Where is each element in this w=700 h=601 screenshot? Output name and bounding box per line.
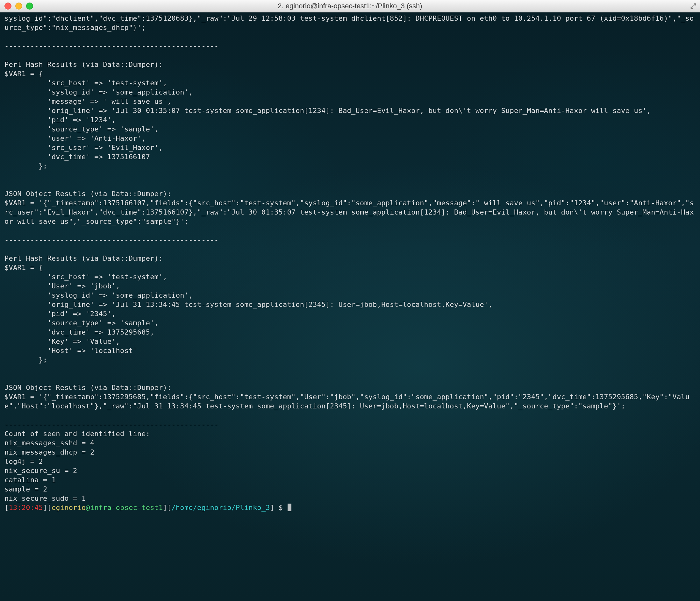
terminal-line: 'src_host' => 'test-system', <box>4 78 696 87</box>
terminal-line: }; <box>4 161 696 171</box>
terminal-line: Perl Hash Results (via Data::Dumper): <box>4 60 696 69</box>
terminal-line: log4j = 2 <box>4 457 696 466</box>
prompt-bracket: [ <box>167 504 171 512</box>
terminal-line: $VAR1 = { <box>4 69 696 78</box>
terminal-line: ----------------------------------------… <box>4 42 696 51</box>
prompt-dollar: $ <box>274 504 287 512</box>
terminal-line: sample = 2 <box>4 485 696 494</box>
terminal-line: nix_messages_dhcp = 2 <box>4 448 696 457</box>
prompt-host: infra-opsec-test1 <box>90 504 163 512</box>
terminal-line <box>4 226 696 235</box>
terminal-line: 'source_type' => 'sample', <box>4 125 696 134</box>
terminal-line <box>4 32 696 42</box>
terminal-line: 'Key' => 'Value', <box>4 337 696 346</box>
prompt-user: eginorio <box>52 504 86 512</box>
minimize-icon[interactable] <box>15 3 22 9</box>
terminal-line <box>4 411 696 420</box>
terminal-line: ----------------------------------------… <box>4 420 696 429</box>
window-controls <box>0 3 33 9</box>
fullscreen-icon[interactable] <box>690 3 697 9</box>
terminal-line <box>4 180 696 189</box>
terminal-line: $VAR1 = { <box>4 263 696 272</box>
terminal-line: 'orig_line' => 'Jul 30 01:35:07 test-sys… <box>4 106 696 115</box>
terminal-output[interactable]: syslog_id":"dhclient","dvc_time":1375120… <box>0 12 700 601</box>
terminal-line: $VAR1 = '{"_timestamp":1375295685,"field… <box>4 392 696 411</box>
terminal-line: nix_secure_sudo = 1 <box>4 494 696 503</box>
terminal-line: 'source_type' => 'sample', <box>4 318 696 328</box>
terminal-line: 'pid' => '2345', <box>4 309 696 318</box>
terminal-line: nix_messages_sshd = 4 <box>4 438 696 448</box>
prompt-path: /home/eginorio/Plinko_3 <box>171 504 270 512</box>
terminal-line: JSON Object Resutls (via Data::Dumper): <box>4 189 696 198</box>
terminal-line: 'syslog_id' => 'some_application', <box>4 87 696 97</box>
prompt-bracket: ] <box>163 504 167 512</box>
prompt-bracket: ] <box>43 504 47 512</box>
terminal-line: $VAR1 = '{"_timestamp":1375166107,"field… <box>4 198 696 226</box>
terminal-line: syslog_id":"dhclient","dvc_time":1375120… <box>4 14 696 32</box>
terminal-line: ----------------------------------------… <box>4 235 696 244</box>
terminal-line <box>4 244 696 254</box>
terminal-line: 'User' => 'jbob', <box>4 281 696 291</box>
terminal-line: Perl Hash Results (via Data::Dumper): <box>4 254 696 263</box>
terminal-line: 'src_host' => 'test-system', <box>4 272 696 281</box>
terminal-line: JSON Object Resutls (via Data::Dumper): <box>4 383 696 392</box>
terminal-line: 'message' => ' will save us', <box>4 97 696 106</box>
terminal-line <box>4 51 696 60</box>
terminal-line: 'dvc_time' => 1375166107 <box>4 152 696 161</box>
prompt-bracket: [ <box>4 504 8 512</box>
terminal-line: }; <box>4 355 696 365</box>
titlebar[interactable]: 2. eginorio@infra-opsec-test1:~/Plinko_3… <box>0 0 700 12</box>
terminal-line: 'Host' => 'localhost' <box>4 346 696 355</box>
prompt-line[interactable]: [13:20:45][eginorio@infra-opsec-test1][/… <box>4 503 696 512</box>
terminal-line <box>4 171 696 180</box>
close-icon[interactable] <box>4 3 11 9</box>
terminal-line: 'pid' => '1234', <box>4 115 696 125</box>
prompt-at: @ <box>86 504 90 512</box>
prompt-time: 13:20:45 <box>8 504 43 512</box>
zoom-icon[interactable] <box>26 3 33 9</box>
terminal-line <box>4 374 696 383</box>
terminal-window: 2. eginorio@infra-opsec-test1:~/Plinko_3… <box>0 0 700 601</box>
prompt-bracket: ] <box>270 504 274 512</box>
terminal-line: 'orig_line' => 'Jul 31 13:34:45 test-sys… <box>4 300 696 309</box>
window-title: 2. eginorio@infra-opsec-test1:~/Plinko_3… <box>0 2 700 10</box>
terminal-line: nix_secure_su = 2 <box>4 466 696 475</box>
prompt-bracket: [ <box>47 504 51 512</box>
terminal-line: catalina = 1 <box>4 475 696 485</box>
terminal-line: 'src_user' => 'Evil_Haxor', <box>4 143 696 152</box>
terminal-line: 'user' => 'Anti-Haxor', <box>4 134 696 143</box>
cursor-icon <box>288 504 292 511</box>
terminal-line: 'syslog_id' => 'some_application', <box>4 291 696 300</box>
terminal-line: 'dvc_time' => 1375295685, <box>4 328 696 337</box>
terminal-line <box>4 365 696 374</box>
terminal-line: Count of seen and identified line: <box>4 429 696 438</box>
